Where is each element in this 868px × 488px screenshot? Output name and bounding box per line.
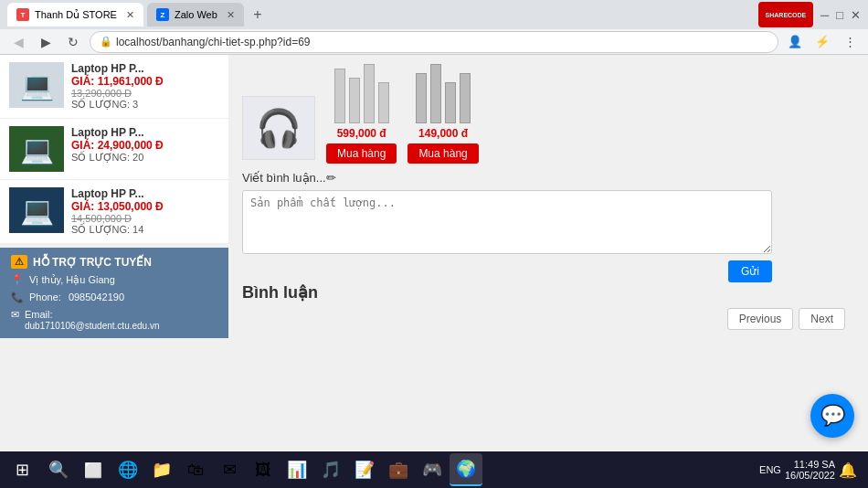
back-button[interactable]: ◀ — [7, 31, 29, 53]
tab-close-1[interactable]: ✕ — [126, 9, 134, 21]
tab-zalo[interactable]: Z Zalo Web ✕ — [147, 3, 244, 27]
taskbar-app2[interactable]: 🎵 — [314, 453, 347, 486]
product-price-3: GIÁ: 13,050,000 Đ — [71, 200, 219, 213]
product-thumb-2: 💻 — [9, 126, 64, 172]
support-box: ⚠ HỖ TRỢ TRỰC TUYẾN 📍 Vị thủy, Hậu Giang… — [0, 248, 228, 338]
product-name-1: Laptop HP P... — [71, 62, 199, 75]
taskbar-mail[interactable]: ✉ — [213, 453, 246, 486]
product-thumb-1: 💻 — [9, 62, 64, 108]
tab-label-1: Thanh Dủ STORE — [35, 9, 117, 21]
product-qty-3: SỐ LƯỢNG: 14 — [71, 224, 219, 236]
tab-close-2[interactable]: ✕ — [227, 9, 235, 21]
title-bar: T Thanh Dủ STORE ✕ Z Zalo Web ✕ + SHAREC… — [0, 0, 868, 29]
send-button[interactable]: Gửi — [728, 260, 772, 282]
maximize-btn[interactable]: □ — [836, 8, 843, 22]
product-thumb-3: 💻 — [9, 187, 64, 233]
tab-favicon-1: T — [16, 8, 29, 21]
laptop-icon-1: 💻 — [20, 69, 54, 101]
support-title-text: HỖ TRỢ TRỰC TUYẾN — [33, 256, 152, 269]
forward-button[interactable]: ▶ — [35, 31, 57, 53]
product-item-1[interactable]: 💻 Laptop HP P... GIÁ: 11,961,000 Đ 13,29… — [0, 55, 228, 119]
product-price-card-1: 599,000 đ — [337, 127, 386, 140]
product-info-3: Laptop HP P... GIÁ: 13,050,000 Đ 14,500,… — [71, 187, 219, 236]
email-address: dub1710106@student.ctu.edu.vn — [25, 321, 160, 331]
taskbar-task-view[interactable]: ⬜ — [77, 453, 110, 486]
comments-title: Bình luận — [242, 282, 854, 302]
email-label: Email: — [25, 309, 53, 320]
buy-button-1[interactable]: Mua hàng — [326, 143, 397, 164]
taskbar-system-tray: ENG 11:49 SA 16/05/2022 🔔 — [752, 459, 864, 481]
tab-favicon-2: Z — [156, 8, 169, 21]
taskbar-explorer[interactable]: 📁 — [145, 453, 178, 486]
taskbar-edge[interactable]: 🌐 — [111, 453, 144, 486]
product-qty-1: SỐ LƯỢNG: 3 — [71, 99, 219, 111]
product-qty-2: SỐ LƯỢNG: 20 — [71, 152, 219, 164]
headphone-icon: 🎧 — [256, 107, 302, 150]
product-images-row: 🎧 599,000 đ Mua hàng — [242, 64, 854, 164]
close-btn[interactable]: ✕ — [851, 8, 861, 22]
taskbar-notification[interactable]: 🔔 — [839, 461, 857, 479]
warning-icon: ⚠ — [11, 255, 27, 269]
extensions-btn[interactable]: ⚡ — [811, 31, 833, 53]
taskbar-clock: 11:49 SA 16/05/2022 — [785, 459, 835, 481]
product-card-2: 149,000 đ Mua hàng — [408, 64, 478, 164]
taskbar-photos[interactable]: 🖼 — [247, 453, 280, 486]
product-name-2: Laptop HP P... — [71, 126, 199, 139]
product-card-speaker: 599,000 đ Mua hàng — [326, 64, 397, 164]
taskbar: ⊞ 🔍 ⬜ 🌐 📁 🛍 ✉ 🖼 📊 🎵 📝 💼 🎮 🌍 ENG 11:49 SA… — [0, 451, 868, 488]
previous-button[interactable]: Previous — [727, 308, 794, 330]
support-location: 📍 Vị thủy, Hậu Giang — [11, 274, 217, 286]
phone-number: 0985042190 — [69, 292, 124, 302]
product-info-1: Laptop HP P... GIÁ: 11,961,000 Đ 13,290,… — [71, 62, 219, 111]
sharecode-logo: SHARECODE — [758, 2, 813, 27]
product-item-2[interactable]: 💻 Laptop HP P... GIÁ: 24,900,000 Đ SỐ LƯ… — [0, 119, 228, 180]
taskbar-app5[interactable]: 🎮 — [416, 453, 449, 486]
product-name-3: Laptop HP P... — [71, 187, 199, 200]
lock-icon: 🔒 — [100, 36, 112, 48]
next-button[interactable]: Next — [799, 308, 845, 330]
start-button[interactable]: ⊞ — [4, 453, 40, 486]
menu-btn[interactable]: ⋮ — [839, 31, 861, 53]
product-card-headphone: 🎧 — [242, 96, 315, 164]
product-item-3[interactable]: 💻 Laptop HP P... GIÁ: 13,050,000 Đ 14,50… — [0, 180, 228, 244]
product-img-headphone: 🎧 — [242, 96, 315, 160]
product-price-1: GIÁ: 11,961,000 Đ — [71, 75, 219, 88]
minimize-btn[interactable]: ─ — [820, 8, 829, 22]
address-bar[interactable]: 🔒 localhost/banhang/chi-tiet-sp.php?id=6… — [90, 31, 778, 53]
profile-btn[interactable]: 👤 — [784, 31, 806, 53]
laptop-icon-3: 💻 — [20, 195, 54, 227]
new-tab-button[interactable]: + — [246, 3, 270, 27]
browser-chrome: T Thanh Dủ STORE ✕ Z Zalo Web ✕ + SHAREC… — [0, 0, 868, 55]
tab-thanh-du[interactable]: T Thanh Dủ STORE ✕ — [7, 3, 143, 27]
buy-button-2[interactable]: Mua hàng — [408, 143, 478, 164]
laptop-icon-2: 💻 — [20, 133, 54, 165]
sidebar: 💻 Laptop HP P... GIÁ: 11,961,000 Đ 13,29… — [0, 55, 228, 488]
pagination: Previous Next — [242, 308, 845, 330]
taskbar-app1[interactable]: 📊 — [281, 453, 313, 486]
refresh-button[interactable]: ↻ — [62, 31, 84, 53]
comment-textarea[interactable] — [242, 190, 772, 254]
product-price-old-1: 13,290,000 Đ — [71, 88, 219, 99]
taskbar-app3[interactable]: 📝 — [348, 453, 381, 486]
url-text: localhost/banhang/chi-tiet-sp.php?id=69 — [116, 36, 310, 48]
taskbar-browser[interactable]: 🌍 — [450, 453, 482, 486]
location-icon: 📍 — [11, 274, 24, 286]
taskbar-store[interactable]: 🛍 — [179, 453, 212, 486]
comment-section: Viết bình luận...✏ Gửi Bình luận Previou… — [242, 171, 854, 330]
comment-label-text: Viết bình luận...✏ — [242, 171, 336, 185]
tab-label-2: Zalo Web — [175, 9, 217, 20]
taskbar-apps: 🌐 📁 🛍 ✉ 🖼 📊 🎵 📝 💼 🎮 🌍 — [111, 453, 750, 486]
phone-icon: 📞 — [11, 292, 24, 303]
product-price-old-3: 14,500,000 Đ — [71, 213, 219, 224]
messenger-button[interactable]: 💬 — [810, 394, 854, 438]
product-price-2: GIÁ: 24,900,000 Đ — [71, 139, 219, 152]
taskbar-app4[interactable]: 💼 — [382, 453, 415, 486]
taskbar-search[interactable]: 🔍 — [42, 453, 75, 486]
support-location-text: Vị thủy, Hậu Giang — [29, 274, 115, 286]
browser-toolbar: ◀ ▶ ↻ 🔒 localhost/banhang/chi-tiet-sp.ph… — [0, 29, 868, 55]
support-phone: 📞 Phone: 0985042190 — [11, 292, 217, 303]
support-title: ⚠ HỖ TRỢ TRỰC TUYẾN — [11, 255, 217, 269]
main-area: 🎧 599,000 đ Mua hàng — [228, 55, 868, 488]
phone-label: Phone: — [29, 292, 61, 302]
comment-label: Viết bình luận...✏ — [242, 171, 854, 185]
